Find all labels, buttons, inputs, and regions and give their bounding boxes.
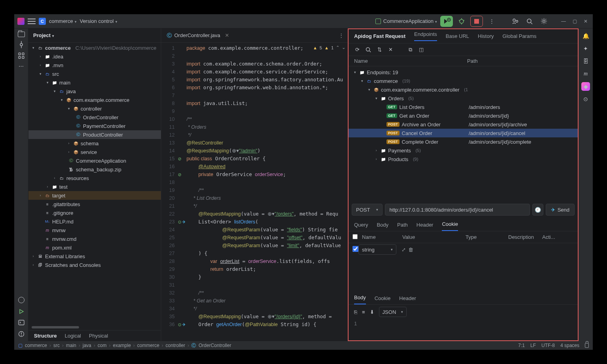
tab-path[interactable]: Path bbox=[397, 222, 408, 231]
apidog-toolwindow-icon[interactable]: ◆ bbox=[581, 82, 590, 91]
apidog-tab-fast[interactable]: Apidog Fast Request bbox=[354, 33, 405, 39]
maven-icon[interactable]: m bbox=[581, 69, 590, 78]
api-module[interactable]: commerce bbox=[374, 78, 398, 84]
project-tree[interactable]: ▾🗀commerce C:\Users\Vivien\Desktop\comme… bbox=[28, 43, 161, 325]
tree-node[interactable]: mvnw bbox=[52, 227, 66, 233]
tree-node[interactable]: mvnw.cmd bbox=[52, 236, 76, 242]
download-icon[interactable]: ⬇ bbox=[370, 309, 374, 315]
tree-node-selected[interactable]: ProductController bbox=[83, 132, 123, 138]
tree-node[interactable]: target bbox=[52, 193, 65, 199]
hamburger-icon[interactable] bbox=[28, 19, 36, 24]
api-pkg[interactable]: com.example.commerce.controller bbox=[381, 87, 460, 93]
search-icon[interactable] bbox=[365, 47, 371, 53]
run-config-selector[interactable]: CommerceApplication bbox=[375, 18, 437, 24]
api-folder-orders[interactable]: Orders bbox=[388, 96, 404, 101]
response-body[interactable]: 1 bbox=[349, 319, 578, 328]
url-input[interactable]: http://127.0.0.1:8080/admin/orders/{id}/… bbox=[385, 204, 530, 216]
tree-node[interactable]: External Libraries bbox=[45, 253, 85, 259]
tree-node[interactable]: src bbox=[52, 71, 59, 77]
tree-node[interactable]: schema_backup.zip bbox=[76, 167, 121, 173]
close-icon[interactable]: ✕ bbox=[582, 17, 590, 25]
more-tools-icon[interactable]: ⋯ bbox=[19, 63, 24, 69]
ai-assistant-icon[interactable]: ✦ bbox=[581, 44, 590, 53]
notifications-icon[interactable]: 🔔 bbox=[581, 32, 590, 40]
cursor-position[interactable]: 7:1 bbox=[518, 343, 525, 348]
vcs-menu[interactable]: Version control bbox=[80, 18, 117, 24]
resp-tab-header[interactable]: Header bbox=[399, 295, 416, 304]
close-tab-icon[interactable]: ✕ bbox=[225, 32, 229, 38]
resp-tab-cookie[interactable]: Cookie bbox=[375, 295, 390, 304]
project-title[interactable]: Project bbox=[33, 32, 54, 38]
tree-node[interactable]: .mvn bbox=[52, 62, 63, 68]
view-tab-logical[interactable]: Logical bbox=[65, 333, 81, 341]
tree-node[interactable]: schema bbox=[81, 141, 99, 146]
structure-tool-icon[interactable] bbox=[18, 52, 25, 59]
project-tool-icon[interactable] bbox=[18, 32, 25, 37]
crumb[interactable]: src bbox=[53, 343, 60, 348]
apidog-tree[interactable]: ▾Endpoints: 19 ▾🗀commerce (19) ▾📦com.exa… bbox=[349, 66, 578, 165]
delete-row-icon[interactable]: 🗑 bbox=[406, 247, 415, 253]
endpoints-icon[interactable]: ⊙ bbox=[581, 95, 590, 103]
crumb[interactable]: commerce bbox=[137, 343, 159, 348]
tab-header[interactable]: Header bbox=[417, 222, 434, 231]
tree-node[interactable]: com.example.commerce bbox=[74, 97, 130, 103]
services-icon[interactable] bbox=[18, 297, 25, 303]
tree-node[interactable]: main bbox=[59, 80, 70, 86]
param-type-select[interactable]: string▾ bbox=[358, 244, 396, 255]
api-ep[interactable]: List Orders bbox=[400, 104, 425, 110]
apidog-tab-history[interactable]: History bbox=[478, 33, 494, 39]
expand-icon[interactable]: ⇅ bbox=[376, 47, 383, 53]
readonly-lock-icon[interactable] bbox=[585, 343, 589, 348]
tree-node[interactable]: java bbox=[66, 88, 76, 94]
api-folder-products[interactable]: Products bbox=[388, 156, 408, 162]
tree-node[interactable]: OrderController bbox=[83, 114, 119, 120]
editor-options-icon[interactable]: ⋮ bbox=[339, 32, 348, 38]
copy-icon[interactable]: ⎘ bbox=[354, 309, 357, 315]
run-button[interactable] bbox=[440, 16, 453, 27]
format-icon[interactable]: ≡ bbox=[362, 309, 365, 315]
code-body[interactable]: package com.example.commerce.controller;… bbox=[187, 43, 348, 341]
tree-node[interactable]: .gitignore bbox=[52, 210, 73, 216]
crumb[interactable]: OrderController bbox=[198, 343, 231, 348]
apidog-tab-base[interactable]: Base URL bbox=[446, 33, 469, 39]
api-root[interactable]: Endpoints: 19 bbox=[367, 69, 398, 75]
tree-node[interactable]: controller bbox=[81, 106, 102, 112]
tree-node[interactable]: pom.xml bbox=[52, 245, 72, 251]
crumb[interactable]: com bbox=[98, 343, 107, 348]
view-tab-physical[interactable]: Physical bbox=[89, 333, 108, 341]
minimize-icon[interactable]: — bbox=[560, 17, 567, 25]
crumb[interactable]: controller bbox=[166, 343, 185, 348]
tree-node[interactable]: HELP.md bbox=[52, 219, 74, 225]
crumb[interactable]: commerce bbox=[25, 343, 47, 348]
stop-button[interactable] bbox=[470, 16, 483, 27]
problems-icon[interactable] bbox=[18, 331, 25, 337]
file-encoding[interactable]: UTF-8 bbox=[541, 343, 555, 348]
view-tab-structure[interactable]: Structure bbox=[34, 333, 57, 341]
crumb[interactable]: example bbox=[113, 343, 131, 348]
split-icon[interactable]: ◫ bbox=[418, 47, 424, 53]
api-folder-payments[interactable]: Payments bbox=[388, 148, 411, 154]
api-ep[interactable]: Complete Order bbox=[402, 139, 438, 145]
tree-node[interactable]: service bbox=[81, 149, 97, 155]
expand-desc-icon[interactable]: ⤢ bbox=[396, 247, 406, 253]
code-with-me-icon[interactable] bbox=[510, 16, 521, 27]
popout-icon[interactable]: ⧉ bbox=[407, 47, 413, 53]
response-format-select[interactable]: JSON▾ bbox=[379, 307, 407, 317]
search-icon[interactable] bbox=[524, 16, 535, 27]
tab-body[interactable]: Body bbox=[377, 222, 388, 231]
debug-button[interactable] bbox=[456, 16, 467, 27]
tree-node[interactable]: PaymentController bbox=[83, 123, 126, 129]
select-all-checkbox[interactable] bbox=[353, 234, 358, 239]
history-icon[interactable]: 🕘 bbox=[532, 204, 543, 216]
settings-icon[interactable] bbox=[538, 16, 549, 27]
api-ep[interactable]: Get an Order bbox=[400, 113, 430, 119]
crumb[interactable]: java bbox=[83, 343, 91, 348]
editor-tab-active[interactable]: Ⓒ OrderController.java ✕ bbox=[161, 28, 235, 43]
tab-cookie[interactable]: Cookie bbox=[442, 221, 458, 231]
refresh-icon[interactable]: ⟳ bbox=[354, 47, 360, 53]
line-separator[interactable]: LF bbox=[530, 343, 536, 348]
tree-node[interactable]: test bbox=[59, 184, 68, 190]
tree-node[interactable]: .idea bbox=[52, 54, 63, 60]
close-panel-icon[interactable]: ✕ bbox=[387, 47, 394, 53]
gutter-icons[interactable]: ⊘⊘ ⊙✈ ⊙✈ bbox=[178, 43, 187, 341]
